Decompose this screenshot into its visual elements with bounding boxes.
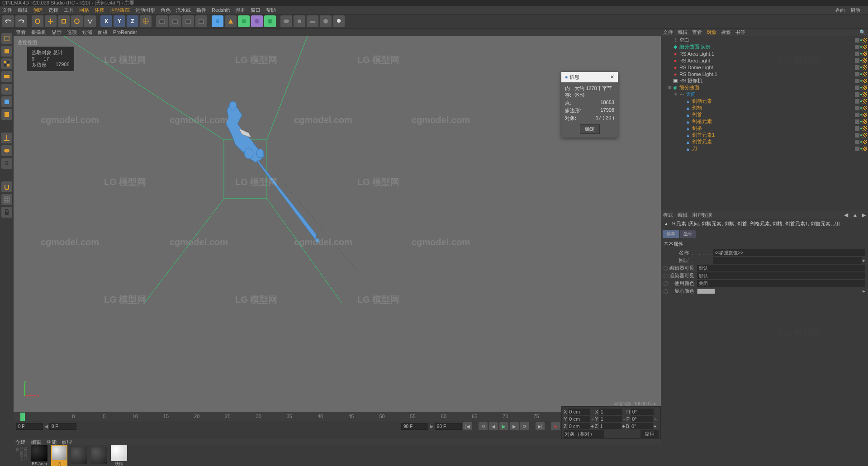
visibility-tag[interactable] — [855, 86, 859, 90]
texture-tag[interactable] — [863, 119, 867, 124]
z-axis-button[interactable]: Z — [127, 15, 138, 27]
texture-tag[interactable] — [863, 38, 867, 43]
use-color-select[interactable] — [697, 280, 865, 287]
hierarchy-item[interactable]: ⊹ 空白 ● — [662, 37, 867, 43]
object-name[interactable]: RS Area Light — [679, 58, 710, 63]
enable-dot[interactable]: ● — [860, 113, 862, 117]
om-objects-tab[interactable]: 对象 — [707, 29, 716, 36]
visibility-tag[interactable] — [855, 92, 859, 97]
camera-menu[interactable]: 摄像机 — [31, 29, 46, 36]
render-vis-radio[interactable] — [664, 274, 668, 278]
enable-dot[interactable]: ● — [860, 79, 862, 83]
editor-vis-radio[interactable] — [664, 266, 668, 271]
attr-nav-up[interactable]: ▲ — [853, 212, 858, 218]
make-editable-button[interactable] — [1, 33, 12, 44]
material-ball[interactable] — [31, 445, 47, 461]
sky-button[interactable] — [320, 15, 332, 27]
object-name[interactable]: 剑首元素 — [692, 138, 712, 145]
object-hierarchy[interactable]: ⊹ 空白 ● ◆ 细分曲面 实例 ● ● RS Area Light.1 ● ●… — [661, 36, 868, 199]
visibility-tag[interactable] — [855, 79, 859, 83]
menu-character[interactable]: 角色 — [161, 7, 171, 14]
hierarchy-item[interactable]: ▲ 剑柄元素 ● — [662, 98, 867, 105]
visibility-tag[interactable] — [855, 113, 859, 117]
visibility-tag[interactable] — [855, 106, 859, 110]
menu-volume[interactable]: 体积 — [95, 7, 104, 14]
mat-edit-menu[interactable]: 编辑 — [31, 439, 41, 446]
spline-pen-button[interactable] — [225, 15, 237, 27]
menu-redshift[interactable]: Redshift — [212, 7, 230, 13]
enable-dot[interactable]: ● — [860, 140, 862, 144]
z-scale-input[interactable]: 1 — [599, 423, 621, 429]
magnet-button[interactable] — [1, 181, 12, 192]
enable-dot[interactable]: ● — [860, 92, 862, 96]
poly-mode-button[interactable] — [1, 109, 12, 120]
axis-button[interactable] — [1, 133, 12, 143]
menu-create[interactable]: 创建 — [33, 7, 43, 14]
range-start-input[interactable] — [49, 423, 76, 430]
p-rot-input[interactable]: 0° — [631, 416, 653, 422]
live-select-tool[interactable] — [32, 15, 43, 27]
y-axis-button[interactable]: Y — [114, 15, 125, 27]
name-input[interactable] — [713, 249, 865, 256]
object-name[interactable]: 剑首 — [692, 111, 702, 118]
range-end-input[interactable] — [401, 423, 428, 430]
hierarchy-item[interactable]: ● RS Area Light ● — [662, 57, 867, 64]
visibility-tag[interactable] — [855, 140, 859, 144]
texture-tag[interactable] — [863, 106, 867, 110]
menu-plugins[interactable]: 插件 — [196, 7, 206, 14]
enable-dot[interactable]: ● — [860, 72, 862, 76]
hierarchy-item[interactable]: ● RS Dome Light ● — [662, 64, 867, 71]
viewport-solo-button[interactable] — [1, 145, 12, 156]
coord-mode-select[interactable]: 对象（相对） — [564, 430, 604, 438]
enable-dot[interactable]: ● — [860, 58, 862, 62]
show-color-radio[interactable] — [664, 289, 668, 294]
visibility-tag[interactable] — [855, 147, 859, 151]
menu-layout[interactable]: 界面 — [835, 7, 845, 14]
editor-vis-select[interactable] — [697, 265, 865, 271]
menu-tools[interactable]: 工具 — [64, 7, 74, 14]
use-color-radio[interactable] — [664, 281, 668, 286]
attr-userdata-tab[interactable]: 用户数据 — [692, 212, 712, 219]
hierarchy-item[interactable]: ▲ 剑柄 ● — [662, 105, 867, 111]
primitive-cube-button[interactable] — [212, 15, 223, 27]
hierarchy-item[interactable]: ▲ 刀 ● — [662, 145, 867, 152]
texture-tag[interactable] — [863, 86, 867, 90]
basic-tab[interactable]: 基本 — [663, 230, 679, 238]
attr-edit-tab[interactable]: 编辑 — [678, 212, 688, 219]
om-edit-tab[interactable]: 编辑 — [678, 29, 688, 36]
end-frame-input[interactable] — [435, 423, 462, 430]
deformer-button[interactable] — [251, 15, 263, 27]
object-name[interactable]: 剑柄 — [692, 105, 702, 111]
next-key-button[interactable]: ⟳ — [520, 422, 529, 430]
hierarchy-item[interactable]: ▲ 剑格元素 ● — [662, 118, 867, 125]
object-name[interactable]: 剑首元素1 — [692, 132, 715, 138]
z-pos-input[interactable]: 0 cm — [568, 423, 590, 429]
visibility-tag[interactable] — [855, 38, 859, 43]
coord-tab[interactable]: 坐标 — [680, 230, 696, 238]
object-name[interactable]: 细分曲面 实例 — [679, 43, 711, 50]
texture-tag[interactable] — [863, 79, 867, 83]
texture-tag[interactable] — [863, 45, 867, 49]
visibility-tag[interactable] — [855, 99, 859, 104]
prev-key-button[interactable]: ⟲ — [479, 422, 488, 430]
start-frame-input[interactable] — [16, 423, 43, 430]
texture-tag[interactable] — [863, 92, 867, 97]
render-vis-select[interactable] — [697, 272, 865, 279]
move-tool[interactable] — [45, 15, 57, 27]
visibility-tag[interactable] — [855, 45, 859, 49]
edge-mode-button[interactable] — [1, 96, 12, 107]
view-menu[interactable]: 查看 — [16, 29, 26, 36]
hierarchy-item[interactable]: ◆ 细分曲面 实例 ● — [662, 43, 867, 50]
om-tags-tab[interactable]: 标签 — [721, 29, 731, 36]
object-name[interactable]: RS Dome Light.1 — [679, 71, 717, 77]
floor-button[interactable] — [307, 15, 318, 27]
redo-button[interactable] — [15, 15, 27, 27]
prev-frame-button[interactable]: ◀ — [489, 422, 498, 430]
record-button[interactable]: ● — [551, 422, 560, 430]
options-menu[interactable]: 选项 — [67, 29, 77, 36]
workplane-button[interactable] — [1, 71, 12, 82]
om-file-tab[interactable]: 文件 — [663, 29, 673, 36]
texture-tag[interactable] — [863, 52, 867, 56]
y-pos-input[interactable]: 0 cm — [568, 416, 590, 422]
last-tool[interactable] — [84, 15, 96, 27]
